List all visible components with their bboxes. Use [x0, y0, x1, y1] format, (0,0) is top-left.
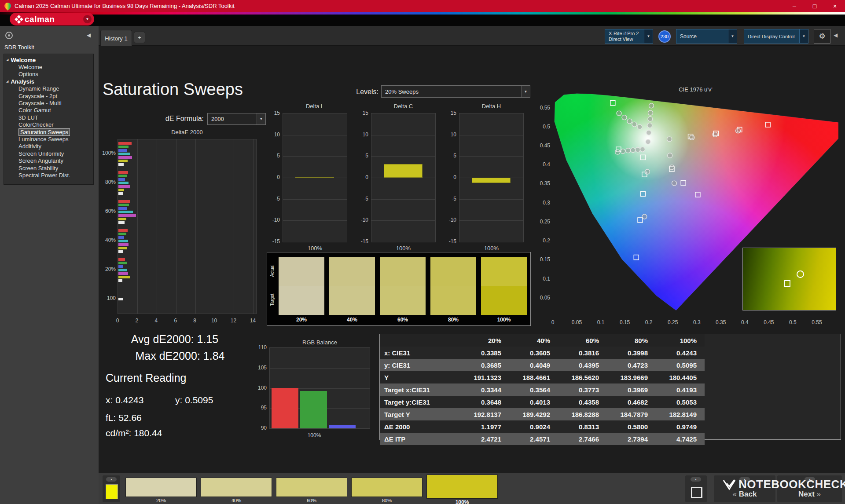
- sidebar-circle-button[interactable]: [5, 32, 13, 39]
- sidebar-item-grayscale-2pt[interactable]: Grayscale - 2pt: [5, 92, 92, 99]
- y-tick-label: -5: [264, 196, 280, 202]
- arrow-up-icon[interactable]: ▲: [691, 477, 701, 482]
- sidebar-item-additivity[interactable]: Additivity: [5, 143, 92, 150]
- bar: [118, 156, 132, 159]
- expander-icon[interactable]: ◢: [6, 80, 8, 83]
- collapse-sidebar-icon[interactable]: ◀: [87, 32, 91, 38]
- y-tick-label: 5: [441, 153, 456, 159]
- settings-button[interactable]: ⚙: [814, 29, 830, 44]
- delta_h-plot: [459, 113, 524, 242]
- value-cell: 2.4721: [460, 433, 509, 445]
- measured-point: [637, 124, 642, 129]
- expander-icon[interactable]: ◢: [6, 58, 8, 62]
- swatch-column-label: 100%: [481, 317, 527, 323]
- sidebar-item-label: Additivity: [18, 143, 41, 150]
- y-tick-label: 100: [96, 295, 116, 301]
- measurement-table: 20%40%60%80%100%x: CIE310.33850.36050.38…: [380, 334, 705, 445]
- calman-logo-button[interactable]: calman ▼: [10, 13, 94, 26]
- sidebar-item-grayscale-multi[interactable]: Grayscale - Multi: [5, 99, 92, 106]
- minimize-button[interactable]: –: [784, 0, 805, 12]
- measured-point: [631, 148, 636, 153]
- display-control-dropdown[interactable]: Direct Display Control ▼: [744, 29, 808, 44]
- value-cell: 191.1323: [460, 371, 509, 383]
- sidebar-item-spectral-power-dist[interactable]: Spectral Power Dist.: [5, 172, 92, 179]
- y-tick-label: 0.05: [531, 295, 550, 301]
- measured-point: [646, 139, 650, 144]
- table-row: Y191.1323188.4661186.5620183.9669180.440…: [380, 371, 705, 383]
- bar: [118, 182, 129, 184]
- sidebar-item-screen-uniformity[interactable]: Screen Uniformity: [5, 150, 92, 157]
- gridline: [234, 139, 234, 314]
- sidebar-item-luminance-sweeps[interactable]: Luminance Sweeps: [5, 135, 92, 142]
- y-tick-label: -10: [264, 217, 280, 223]
- bar: [118, 272, 128, 275]
- collapse-panel-button[interactable]: ◀: [834, 32, 838, 38]
- target-swatch-20%: [279, 286, 324, 315]
- value-cell: 2.7466: [558, 433, 607, 445]
- sidebar-item-welcome[interactable]: Welcome: [5, 63, 92, 70]
- bar: [118, 207, 127, 210]
- patch-button-60%[interactable]: 60%: [276, 478, 347, 504]
- sidebar-item-dynamic-range[interactable]: Dynamic Range: [5, 85, 92, 92]
- levels-dropdown[interactable]: 20% Sweeps ▼: [381, 85, 530, 98]
- bar: [118, 240, 128, 242]
- sidebar-item-welcome[interactable]: ◢Welcome: [5, 56, 92, 63]
- bar: [118, 171, 128, 174]
- measured-point: [632, 122, 637, 127]
- sidebar-item-3d-lut[interactable]: 3D LUT: [5, 114, 92, 121]
- y-tick-label: 0: [353, 174, 368, 180]
- bar: [118, 214, 136, 217]
- window-controls: – □ ×: [784, 0, 845, 12]
- y-tick-label: 0.5: [531, 124, 550, 130]
- value-cell: 0.3685: [460, 359, 509, 371]
- maximize-button[interactable]: □: [805, 0, 825, 12]
- meter-status-badge[interactable]: 230: [658, 30, 671, 43]
- sidebar-item-options[interactable]: Options: [5, 71, 92, 78]
- bar-blue: [329, 425, 356, 428]
- measured-point: [649, 103, 654, 108]
- x-tick-label: 0.3: [687, 319, 706, 325]
- sidebar-item-saturation-sweeps[interactable]: Saturation Sweeps: [5, 128, 92, 135]
- gridline: [195, 139, 196, 314]
- current-patch-swatch: [106, 484, 118, 499]
- sidebar-item-colorchecker[interactable]: ColorChecker: [5, 121, 92, 128]
- source-dropdown[interactable]: Source ▼: [676, 29, 737, 44]
- tab-history-1[interactable]: History 1: [100, 30, 132, 46]
- y-tick-label: 0.3: [531, 200, 550, 206]
- close-button[interactable]: ×: [825, 0, 845, 12]
- row-label: y: CIE31: [380, 359, 460, 371]
- chevron-down-icon[interactable]: ▼: [83, 15, 92, 23]
- x-tick-label: 0.45: [759, 319, 779, 325]
- row-label: ΔE 2000: [380, 420, 460, 433]
- pattern-window-button[interactable]: ▲: [685, 475, 707, 502]
- add-tab-button[interactable]: +: [134, 32, 145, 43]
- sidebar-item-label: Color Gamut: [18, 107, 51, 113]
- table-row: ΔE 20001.19770.90240.83130.58000.9749: [380, 420, 705, 433]
- de-formula-label: dE Formula:: [148, 115, 204, 123]
- bar: [118, 142, 132, 145]
- patch-button-40%[interactable]: 40%: [201, 478, 272, 504]
- patch-button-20%[interactable]: 20%: [125, 478, 197, 504]
- gridline: [176, 139, 176, 314]
- bar: [118, 233, 126, 235]
- gridline: [459, 156, 523, 157]
- sidebar-item-color-gamut[interactable]: Color Gamut: [5, 107, 92, 114]
- sidebar-item-analysis[interactable]: ◢Analysis: [5, 78, 92, 85]
- bar: [118, 279, 122, 282]
- calman-window: Calman 2025 Calman Ultimate for Business…: [0, 0, 845, 504]
- sidebar-item-screen-angularity[interactable]: Screen Angularity: [5, 157, 92, 164]
- x-tick-label: 0.35: [711, 319, 731, 325]
- bar: [118, 175, 127, 177]
- current-patch-tile[interactable]: ▲: [103, 475, 120, 502]
- bar: [118, 262, 127, 264]
- meter-dropdown[interactable]: X-Rite i1Pro 2 Direct View ▼: [605, 29, 653, 44]
- value-cell: 0.4013: [509, 396, 558, 408]
- de-formula-dropdown[interactable]: 2000 ▼: [207, 113, 266, 125]
- patch-button-100%[interactable]: 100%: [426, 475, 498, 504]
- patch-button-80%[interactable]: 80%: [351, 478, 422, 504]
- sidebar-item-screen-stability[interactable]: Screen Stability: [5, 164, 92, 172]
- swatch-column-label: 80%: [430, 317, 476, 323]
- chevron-down-icon: ▼: [728, 29, 737, 43]
- arrow-up-icon[interactable]: ▲: [106, 477, 117, 482]
- bar-green: [300, 391, 327, 428]
